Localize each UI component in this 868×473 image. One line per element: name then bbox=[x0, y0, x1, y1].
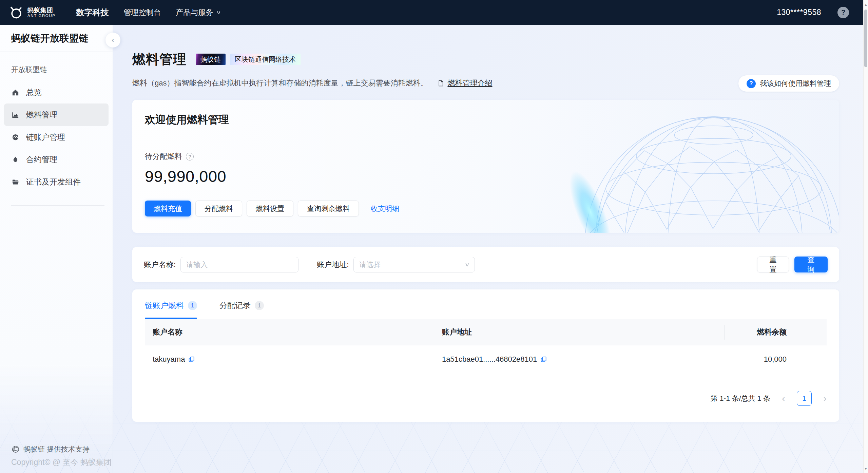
column-account-name: 账户名称 bbox=[145, 327, 436, 337]
sidebar-item-label: 燃料管理 bbox=[26, 110, 57, 120]
document-icon bbox=[437, 80, 444, 87]
antchain-icon bbox=[11, 445, 20, 454]
column-fuel-balance: 燃料余额 bbox=[724, 327, 827, 337]
reset-button[interactable]: 重 置 bbox=[757, 257, 789, 272]
brand-cn: 蚂蚁集团 bbox=[27, 7, 56, 14]
how-to-use-label: 我该如何使用燃料管理 bbox=[760, 79, 831, 88]
fuel-settings-button[interactable]: 燃料设置 bbox=[247, 201, 293, 216]
income-expense-link[interactable]: 收支明细 bbox=[371, 204, 399, 213]
copy-icon[interactable] bbox=[540, 356, 547, 363]
tabs: 链账户燃料 1 分配记录 1 bbox=[145, 289, 827, 319]
home-icon bbox=[12, 89, 19, 96]
scroll-up-icon[interactable]: ▲ bbox=[864, 0, 868, 9]
sidebar-title: 蚂蚁链开放联盟链 bbox=[11, 32, 89, 45]
question-circle-icon[interactable]: ? bbox=[186, 153, 194, 160]
table-card: 链账户燃料 1 分配记录 1 账户名称 账户地址 燃料余额 takuyama bbox=[132, 289, 839, 422]
nav-item-products-label: 产品与服务 bbox=[176, 7, 213, 18]
footer-provider-text: 蚂蚁链 提供技术支持 bbox=[23, 444, 90, 454]
sidebar-divider bbox=[11, 205, 104, 206]
nav-right: 130****9558 ? bbox=[777, 7, 849, 18]
page-header-row: 燃料管理 蚂蚁链 区块链通信网络技术 bbox=[132, 50, 839, 69]
account-address-value: 1a51cbae01......46802e8101 bbox=[442, 355, 537, 364]
nav-item-console[interactable]: 管理控制台 bbox=[124, 7, 161, 18]
tab-label: 链账户燃料 bbox=[145, 300, 184, 311]
balance-value: 99,990,000 bbox=[145, 167, 839, 186]
question-circle-icon: ? bbox=[747, 79, 756, 88]
sidebar-item-label: 总览 bbox=[26, 87, 42, 98]
scroll-down-icon[interactable]: ▼ bbox=[864, 464, 868, 473]
query-remaining-fuel-button[interactable]: 查询剩余燃料 bbox=[298, 201, 359, 216]
page-description: 燃料（gas）指智能合约在虚拟机中执行计算和存储的消耗度量，链上交易需要消耗燃料… bbox=[132, 78, 428, 88]
sidebar-item-contracts[interactable]: 合约管理 bbox=[4, 148, 109, 171]
ant-logo-icon bbox=[9, 5, 24, 20]
account-address-select[interactable]: 请选择 ∨ bbox=[353, 257, 475, 272]
sidebar-section-label: 开放联盟链 bbox=[11, 65, 113, 74]
copy-icon[interactable] bbox=[188, 356, 195, 363]
sidebar-item-label: 合约管理 bbox=[26, 154, 57, 165]
account-name-input[interactable] bbox=[180, 257, 298, 272]
how-to-use-button[interactable]: ? 我该如何使用燃料管理 bbox=[738, 75, 839, 92]
tab-chain-account-fuel[interactable]: 链账户燃料 1 bbox=[145, 300, 197, 319]
tab-allocation-records[interactable]: 分配记录 1 bbox=[219, 300, 264, 319]
recharge-fuel-button[interactable]: 燃料充值 bbox=[145, 201, 191, 216]
welcome-actions: 燃料充值 分配燃料 燃料设置 查询剩余燃料 收支明细 bbox=[145, 201, 839, 216]
cell-fuel-balance: 10,000 bbox=[724, 355, 827, 364]
cell-account-name: takuyama bbox=[145, 355, 436, 364]
fuel-intro-link[interactable]: 燃料管理介绍 bbox=[447, 78, 492, 88]
pagination-page-1[interactable]: 1 bbox=[797, 391, 812, 406]
welcome-title: 欢迎使用燃料管理 bbox=[145, 113, 839, 127]
page-scrollbar[interactable]: ▲ ▼ bbox=[863, 0, 868, 473]
brand-en: ANT GROUP bbox=[27, 14, 56, 18]
tab-label: 分配记录 bbox=[219, 300, 251, 311]
footer: 蚂蚁链 提供技术支持 Copyright© @ 至今 蚂蚁集团 bbox=[11, 444, 112, 468]
filter-card: 账户名称: 账户地址: 请选择 ∨ 重 置 查 询 bbox=[132, 247, 839, 282]
main-content: 燃料管理 蚂蚁链 区块链通信网络技术 燃料（gas）指智能合约在虚拟机中执行计算… bbox=[113, 25, 863, 473]
cell-account-address: 1a51cbae01......46802e8101 bbox=[436, 355, 724, 364]
flame-icon bbox=[12, 156, 19, 164]
badge-antchain: 蚂蚁链 bbox=[196, 54, 226, 65]
search-button[interactable]: 查 询 bbox=[794, 257, 828, 272]
page-badges: 蚂蚁链 区块链通信网络技术 bbox=[196, 54, 301, 65]
tab-count-badge: 1 bbox=[255, 301, 264, 310]
pagination-next-icon[interactable]: › bbox=[823, 393, 827, 403]
chevron-down-icon: ∨ bbox=[465, 262, 470, 268]
nav-item-digital-tech[interactable]: 数字科技 bbox=[76, 7, 109, 18]
folder-icon bbox=[12, 178, 19, 186]
ant-group-logo[interactable]: 蚂蚁集团 ANT GROUP bbox=[9, 5, 56, 20]
chevron-down-icon: ∨ bbox=[216, 10, 221, 16]
allocate-fuel-button[interactable]: 分配燃料 bbox=[195, 201, 242, 216]
pagination-summary: 第 1-1 条/总共 1 条 bbox=[711, 394, 770, 403]
nav-menu: 数字科技 管理控制台 产品与服务 ∨ bbox=[76, 7, 220, 18]
doc-link-wrap: 燃料管理介绍 bbox=[437, 78, 492, 88]
scrollbar-thumb[interactable] bbox=[864, 10, 867, 67]
sidebar-collapse-button[interactable]: ‹ bbox=[105, 33, 120, 48]
user-phone[interactable]: 130****9558 bbox=[777, 8, 821, 17]
top-navbar: 蚂蚁集团 ANT GROUP 数字科技 管理控制台 产品与服务 ∨ 130***… bbox=[0, 0, 863, 25]
column-divider bbox=[436, 325, 436, 340]
help-icon[interactable]: ? bbox=[837, 7, 849, 18]
account-name-label: 账户名称: bbox=[144, 260, 176, 270]
footer-copyright: Copyright© @ 至今 蚂蚁集团 bbox=[11, 457, 112, 468]
page-description-row: 燃料（gas）指智能合约在虚拟机中执行计算和存储的消耗度量，链上交易需要消耗燃料… bbox=[132, 78, 839, 88]
account-address-label: 账户地址: bbox=[317, 260, 349, 270]
sidebar-item-chain-accounts[interactable]: 链账户管理 bbox=[4, 126, 109, 148]
footer-provider: 蚂蚁链 提供技术支持 bbox=[11, 444, 112, 454]
screen: 蚂蚁集团 ANT GROUP 数字科技 管理控制台 产品与服务 ∨ 130***… bbox=[0, 0, 868, 473]
column-account-address: 账户地址 bbox=[436, 327, 724, 337]
table-row: takuyama 1a51cbae01......46802e8101 bbox=[145, 345, 827, 373]
tab-count-badge: 1 bbox=[188, 301, 197, 310]
nav-item-products[interactable]: 产品与服务 ∨ bbox=[176, 7, 220, 18]
sidebar-header: 蚂蚁链开放联盟链 bbox=[0, 25, 113, 52]
area-chart-icon bbox=[12, 111, 19, 119]
select-placeholder: 请选择 bbox=[359, 260, 381, 269]
sidebar-item-certificates[interactable]: 证书及开发组件 bbox=[4, 171, 109, 193]
pagination-prev-icon[interactable]: ‹ bbox=[782, 393, 785, 403]
sidebar-item-label: 证书及开发组件 bbox=[26, 177, 81, 187]
pagination: 第 1-1 条/总共 1 条 ‹ 1 › bbox=[145, 391, 827, 406]
brand-text: 蚂蚁集团 ANT GROUP bbox=[27, 7, 56, 18]
sidebar-item-overview[interactable]: 总览 bbox=[4, 81, 109, 103]
sidebar-menu: 总览 燃料管理 链账户管理 bbox=[0, 78, 113, 196]
column-divider bbox=[724, 325, 725, 340]
sidebar: 蚂蚁链开放联盟链 ‹ 开放联盟链 总览 燃料管理 bbox=[0, 25, 113, 473]
sidebar-item-fuel-management[interactable]: 燃料管理 bbox=[4, 103, 109, 126]
